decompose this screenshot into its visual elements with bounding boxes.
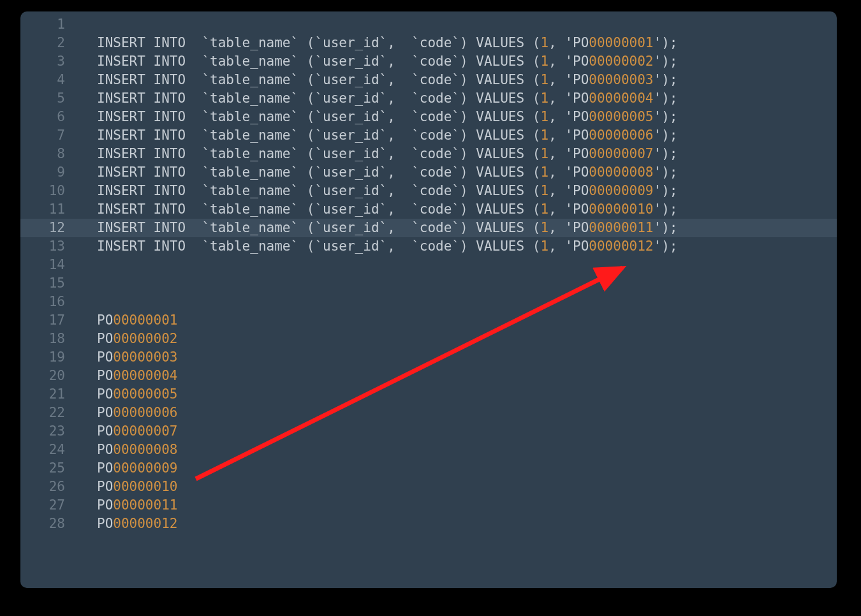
line-number: 21: [20, 385, 80, 404]
line-number: 24: [20, 441, 80, 459]
po-number: 00000012: [113, 516, 177, 531]
col-code: `code`: [411, 220, 460, 235]
table-name: `table_name`: [202, 128, 298, 143]
keyword-insert-into: INSERT INTO: [97, 128, 202, 143]
line-number: 4: [20, 71, 80, 89]
line-number: 22: [20, 404, 80, 422]
literal-po-number: 00000002: [589, 54, 653, 69]
keyword-values: VALUES: [476, 183, 524, 198]
literal-po-number: 00000008: [589, 165, 653, 180]
line-number: 3: [20, 52, 80, 71]
col-code: `code`: [411, 35, 460, 50]
po-number: 00000005: [113, 386, 177, 402]
literal-po-prefix: PO: [573, 35, 589, 50]
keyword-insert-into: INSERT INTO: [97, 202, 202, 217]
keyword-values: VALUES: [476, 72, 524, 87]
literal-po-prefix: PO: [573, 109, 589, 124]
po-prefix: PO: [97, 312, 113, 328]
line-number: 17: [20, 311, 80, 330]
po-prefix: PO: [97, 479, 113, 494]
code-line: PO00000011: [80, 496, 837, 515]
line-number: 10: [20, 182, 80, 200]
table-name: `table_name`: [202, 165, 298, 180]
code-line: INSERT INTO `table_name` (`user_id`, `co…: [80, 89, 837, 108]
line-number: 5: [20, 89, 80, 108]
col-user-id: `user_id`: [314, 72, 387, 87]
code-line: INSERT INTO `table_name` (`user_id`, `co…: [80, 163, 837, 182]
code-line: PO00000006: [80, 404, 837, 422]
code-line: INSERT INTO `table_name` (`user_id`, `co…: [80, 200, 837, 219]
code-line: INSERT INTO `table_name` (`user_id`, `co…: [80, 34, 837, 52]
code-line: PO00000004: [80, 367, 837, 385]
keyword-values: VALUES: [476, 202, 524, 217]
keyword-insert-into: INSERT INTO: [97, 109, 202, 124]
po-prefix: PO: [97, 442, 113, 457]
literal-po-number: 00000009: [589, 183, 653, 198]
keyword-insert-into: INSERT INTO: [97, 146, 202, 161]
col-code: `code`: [411, 54, 460, 69]
col-code: `code`: [411, 146, 460, 161]
keyword-insert-into: INSERT INTO: [97, 220, 202, 235]
table-name: `table_name`: [202, 183, 298, 198]
code-line: INSERT INTO `table_name` (`user_id`, `co…: [80, 145, 837, 163]
col-user-id: `user_id`: [314, 128, 387, 143]
keyword-values: VALUES: [476, 146, 524, 161]
code-line: INSERT INTO `table_name` (`user_id`, `co…: [80, 52, 837, 71]
literal-one: 1: [540, 165, 548, 180]
table-name: `table_name`: [202, 146, 298, 161]
code-line: [80, 256, 837, 274]
code-editor[interactable]: 1234567891011121314151617181920212223242…: [20, 11, 837, 588]
literal-one: 1: [540, 183, 548, 198]
code-line: INSERT INTO `table_name` (`user_id`, `co…: [80, 126, 837, 145]
line-number: 9: [20, 163, 80, 182]
po-number: 00000002: [113, 331, 177, 346]
keyword-insert-into: INSERT INTO: [97, 183, 202, 198]
literal-po-prefix: PO: [573, 128, 589, 143]
line-number: 15: [20, 274, 80, 293]
po-number: 00000006: [113, 405, 177, 420]
po-prefix: PO: [97, 331, 113, 346]
keyword-insert-into: INSERT INTO: [97, 91, 202, 106]
line-number: 16: [20, 293, 80, 311]
col-code: `code`: [411, 183, 460, 198]
col-code: `code`: [411, 202, 460, 217]
literal-po-number: 00000006: [589, 128, 653, 143]
line-number: 25: [20, 459, 80, 478]
line-number: 6: [20, 108, 80, 126]
po-number: 00000007: [113, 423, 177, 439]
col-user-id: `user_id`: [314, 35, 387, 50]
literal-one: 1: [540, 238, 548, 254]
line-number: 1: [20, 15, 80, 34]
keyword-insert-into: INSERT INTO: [97, 35, 202, 50]
code-area[interactable]: INSERT INTO `table_name` (`user_id`, `co…: [80, 15, 837, 533]
literal-po-number: 00000003: [589, 72, 653, 87]
table-name: `table_name`: [202, 54, 298, 69]
code-line: INSERT INTO `table_name` (`user_id`, `co…: [80, 237, 837, 256]
col-user-id: `user_id`: [314, 220, 387, 235]
keyword-insert-into: INSERT INTO: [97, 165, 202, 180]
col-code: `code`: [411, 109, 460, 124]
keyword-values: VALUES: [476, 128, 524, 143]
literal-po-number: 00000011: [589, 220, 653, 235]
table-name: `table_name`: [202, 72, 298, 87]
col-code: `code`: [411, 128, 460, 143]
line-number: 2: [20, 34, 80, 52]
po-number: 00000008: [113, 442, 177, 457]
keyword-insert-into: INSERT INTO: [97, 54, 202, 69]
keyword-values: VALUES: [476, 35, 524, 50]
po-number: 00000011: [113, 497, 177, 513]
keyword-values: VALUES: [476, 91, 524, 106]
po-prefix: PO: [97, 423, 113, 439]
col-user-id: `user_id`: [314, 91, 387, 106]
po-prefix: PO: [97, 497, 113, 513]
literal-one: 1: [540, 54, 548, 69]
col-user-id: `user_id`: [314, 238, 387, 254]
code-line: PO00000008: [80, 441, 837, 459]
line-number: 8: [20, 145, 80, 163]
col-user-id: `user_id`: [314, 183, 387, 198]
keyword-values: VALUES: [476, 165, 524, 180]
literal-po-number: 00000001: [589, 35, 653, 50]
literal-po-number: 00000010: [589, 202, 653, 217]
line-number: 11: [20, 200, 80, 219]
po-prefix: PO: [97, 516, 113, 531]
